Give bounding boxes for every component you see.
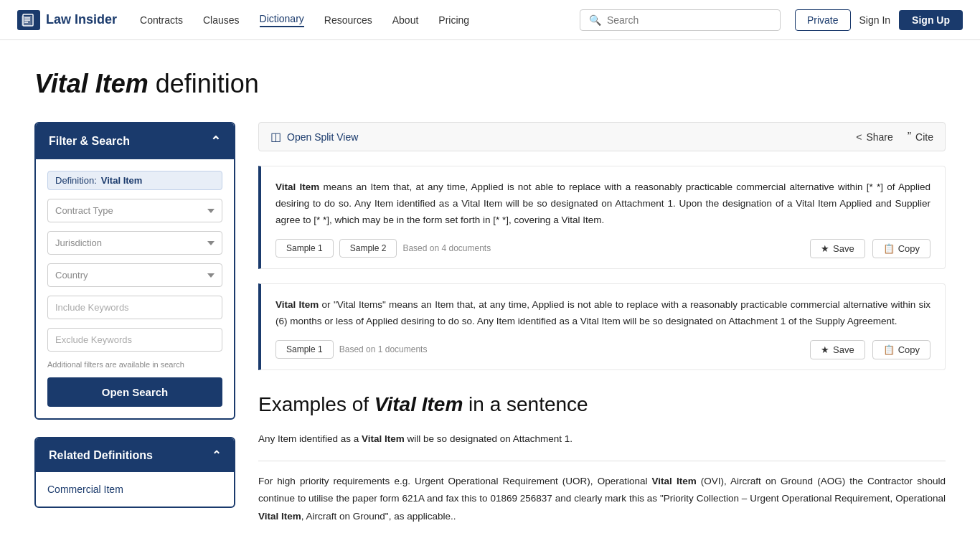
cite-label: Cite	[915, 131, 933, 143]
copy-button-1[interactable]: 📋 Copy	[872, 239, 930, 258]
page-content: Vital Item definition Filter & Search ⌃ …	[0, 40, 980, 551]
search-input[interactable]	[607, 14, 771, 26]
examples-title-pre: Examples of	[258, 393, 374, 415]
filter-hint: Additional filters are available in sear…	[47, 360, 222, 369]
related-header[interactable]: Related Definitions ⌃	[36, 438, 234, 472]
sample-2-btn-def1[interactable]: Sample 2	[339, 239, 397, 258]
sidebar: Filter & Search ⌃ Definition: Vital Item…	[34, 122, 235, 508]
divider-1	[258, 461, 946, 461]
search-bar: 🔍	[580, 9, 781, 31]
logo-text: Law Insider	[46, 12, 117, 27]
example-term-1: Vital Item	[362, 433, 405, 444]
cite-icon: ”	[908, 131, 911, 143]
tag-value: Vital Item	[101, 175, 143, 186]
def-left-1: Sample 1 Sample 2 Based on 4 documents	[275, 239, 491, 258]
nav-contracts[interactable]: Contracts	[140, 14, 183, 26]
example-item-1: Any Item identified as a Vital Item will…	[258, 430, 946, 448]
header: Law Insider Contracts Clauses Dictionary…	[0, 0, 980, 40]
signin-button[interactable]: Sign In	[859, 14, 891, 26]
jurisdiction-select[interactable]: Jurisdiction	[47, 231, 222, 255]
logo[interactable]: Law Insider	[17, 10, 117, 30]
toolbar: ◫ Open Split View < Share ” Cite	[258, 122, 946, 151]
example-term-2b: Vital Item	[258, 511, 301, 522]
split-view-label: Open Split View	[287, 131, 358, 143]
open-split-view[interactable]: ◫ Open Split View	[270, 130, 358, 143]
main-nav: Contracts Clauses Dictionary Resources A…	[140, 13, 580, 27]
nav-resources[interactable]: Resources	[324, 14, 372, 26]
related-definitions-box: Related Definitions ⌃ Commercial Item	[34, 437, 235, 508]
term-bold-1: Vital Item	[275, 182, 319, 192]
definition-text-1: Vital Item means an Item that, at any ti…	[275, 179, 930, 229]
example-term-2a: Vital Item	[652, 476, 697, 486]
copy-button-2[interactable]: 📋 Copy	[872, 340, 930, 359]
save-label-1: Save	[833, 243, 854, 254]
sample-1-btn-def2[interactable]: Sample 1	[275, 340, 334, 359]
share-icon: <	[856, 131, 862, 143]
filter-body: Definition: Vital Item Contract Type Jur…	[36, 159, 234, 418]
term-bold-2: Vital Item	[275, 299, 319, 310]
star-icon-2: ★	[821, 344, 829, 355]
chevron-up-icon-related: ⌃	[212, 448, 221, 462]
page-title: Vital Item definition	[34, 69, 946, 99]
definition-tag: Definition: Vital Item	[47, 171, 222, 190]
svg-rect-1	[22, 16, 32, 26]
page-title-text: definition	[149, 69, 259, 98]
star-icon-1: ★	[821, 243, 829, 254]
filter-box: Filter & Search ⌃ Definition: Vital Item…	[34, 122, 235, 420]
nav-clauses[interactable]: Clauses	[203, 14, 240, 26]
based-on-1: Based on 4 documents	[402, 243, 491, 253]
copy-label-1: Copy	[898, 243, 920, 254]
private-button[interactable]: Private	[795, 9, 851, 31]
country-select[interactable]: Country	[47, 263, 222, 287]
examples-title: Examples of Vital Item in a sentence	[258, 393, 946, 416]
example-item-2: For high priority requirements e.g. Urge…	[258, 473, 946, 525]
filter-title: Filter & Search	[49, 135, 130, 148]
split-view-icon: ◫	[270, 130, 281, 143]
save-button-2[interactable]: ★ Save	[810, 340, 865, 359]
logo-svg	[22, 14, 36, 27]
examples-title-post: in a sentence	[463, 393, 588, 415]
include-keywords-input[interactable]	[47, 296, 222, 319]
open-search-button[interactable]: Open Search	[47, 377, 222, 407]
nav-pricing[interactable]: Pricing	[438, 14, 469, 26]
tag-prefix: Definition:	[55, 175, 97, 186]
def-actions-2: Sample 1 Based on 1 documents ★ Save 📋 C…	[275, 340, 930, 359]
related-title: Related Definitions	[49, 449, 153, 462]
copy-label-2: Copy	[898, 344, 920, 355]
nav-dictionary[interactable]: Dictionary	[260, 13, 304, 27]
search-icon: 🔍	[589, 14, 601, 26]
exclude-keywords-input[interactable]	[47, 328, 222, 352]
chevron-up-icon: ⌃	[210, 133, 221, 149]
filter-header[interactable]: Filter & Search ⌃	[36, 123, 234, 159]
def-right-1: ★ Save 📋 Copy	[810, 239, 930, 258]
signup-button[interactable]: Sign Up	[899, 10, 963, 30]
definition-card-2: Vital Item or "Vital Items" means an Ite…	[258, 283, 946, 370]
cite-action[interactable]: ” Cite	[908, 131, 933, 143]
toolbar-right: < Share ” Cite	[856, 131, 933, 143]
def-actions-1: Sample 1 Sample 2 Based on 4 documents ★…	[275, 239, 930, 258]
share-label: Share	[866, 131, 892, 143]
page-title-italic: Vital Item	[34, 69, 149, 98]
header-actions: Private Sign In Sign Up	[795, 9, 963, 31]
based-on-2: Based on 1 documents	[339, 344, 428, 354]
def-right-2: ★ Save 📋 Copy	[810, 340, 930, 359]
save-button-1[interactable]: ★ Save	[810, 239, 865, 258]
nav-about[interactable]: About	[392, 14, 419, 26]
definition-card-1: Vital Item means an Item that, at any ti…	[258, 166, 946, 269]
sample-1-btn-def1[interactable]: Sample 1	[275, 239, 334, 258]
copy-icon-1: 📋	[883, 243, 895, 254]
related-item-commercial[interactable]: Commercial Item	[47, 484, 123, 495]
definition-text-2: Vital Item or "Vital Items" means an Ite…	[275, 297, 930, 330]
layout: Filter & Search ⌃ Definition: Vital Item…	[34, 122, 946, 538]
examples-title-italic: Vital Item	[374, 393, 463, 415]
related-body: Commercial Item	[36, 472, 234, 507]
def-left-2: Sample 1 Based on 1 documents	[275, 340, 427, 359]
save-label-2: Save	[833, 344, 854, 355]
contract-type-select[interactable]: Contract Type	[47, 199, 222, 222]
main-content: ◫ Open Split View < Share ” Cite	[258, 122, 946, 538]
copy-icon-2: 📋	[883, 344, 895, 355]
share-action[interactable]: < Share	[856, 131, 893, 143]
logo-icon	[17, 10, 40, 30]
